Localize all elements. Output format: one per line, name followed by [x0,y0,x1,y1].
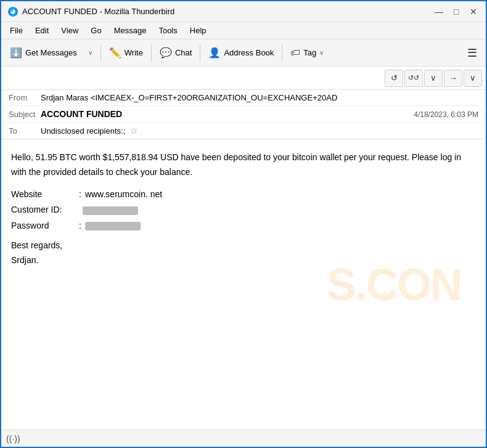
menu-edit[interactable]: Edit [30,24,54,37]
menu-message[interactable]: Message [109,24,152,37]
toolbar-separator-3 [200,44,200,62]
customerid-label: Customer ID: [11,203,79,218]
address-book-label: Address Book [224,48,274,57]
password-row: Password : [11,219,476,234]
tag-button[interactable]: 🏷 Tag ∨ [285,44,329,62]
title-bar-left: ACCOUNT FUNDED - Mozilla Thunderbird [7,6,174,17]
email-body-content: Hello, 51.95 BTC worth $1,557,818.94 USD… [11,150,476,268]
write-button[interactable]: ✏️ Write [104,44,148,62]
to-value: Undisclosed recipients:; ☆ [41,126,478,136]
address-book-button[interactable]: 👤 Address Book [203,44,279,62]
customerid-value [83,203,138,218]
website-row: Website : www.serumcoin. net [11,187,476,202]
password-label: Password [11,219,79,234]
subject-value: ACCOUNT FUNDED [41,109,414,119]
status-icon: ((·)) [6,434,20,444]
to-row: To Undisclosed recipients:; ☆ [1,123,486,139]
svg-point-2 [11,9,15,14]
back-button[interactable]: ↺ [385,70,403,87]
svg-point-3 [12,10,13,11]
email-header: From Srdjan Maras <IMCEAEX-_O=FIRST+20OR… [1,90,486,139]
info-table: Website : www.serumcoin. net Customer ID… [11,187,476,234]
from-row: From Srdjan Maras <IMCEAEX-_O=FIRST+20OR… [1,90,486,106]
write-label: Write [125,48,143,57]
star-icon[interactable]: ☆ [130,126,138,136]
toolbar: ⬇️ Get Messages ∨ ✏️ Write 💬 Chat 👤 Addr… [1,39,486,67]
toolbar-separator-2 [151,44,152,62]
tag-dropdown-arrow: ∨ [319,49,324,56]
app-window: ACCOUNT FUNDED - Mozilla Thunderbird — □… [0,0,487,448]
forward-dropdown-icon: ∨ [470,73,476,83]
chat-label: Chat [175,48,192,57]
chat-button[interactable]: 💬 Chat [155,44,197,62]
get-messages-button[interactable]: ⬇️ Get Messages [5,44,82,62]
close-button[interactable]: ✕ [467,6,480,18]
window-controls: — □ ✕ [433,6,480,18]
status-bar: ((·)) [1,430,486,447]
menu-bar: File Edit View Go Message Tools Help [1,22,486,39]
get-messages-label: Get Messages [25,48,77,57]
nav-dropdown-button[interactable]: ∨ [424,70,443,87]
nav-dropdown-icon: ∨ [430,73,436,83]
forward-icon: → [449,73,457,83]
minimize-button[interactable]: — [433,6,445,18]
from-label: From [9,93,41,102]
tag-icon: 🏷 [290,47,300,59]
password-colon: : [79,219,81,234]
back-icon: ↺ [391,73,398,83]
subject-label: Subject [9,110,41,119]
hamburger-icon: ☰ [467,47,477,59]
window-title: ACCOUNT FUNDED - Mozilla Thunderbird [22,7,174,16]
tag-label: Tag [303,48,316,57]
menu-view[interactable]: View [56,24,83,37]
get-messages-dropdown-arrow: ∨ [88,49,92,56]
email-body: S.CON Hello, 51.95 BTC worth $1,557,818.… [1,139,486,430]
reply-all-icon: ↺↺ [408,74,419,82]
reply-all-button[interactable]: ↺↺ [404,70,423,87]
nav-bar: ↺ ↺↺ ∨ → ∨ [1,67,486,90]
website-colon: : [79,187,81,202]
from-value: Srdjan Maras <IMCEAEX-_O=FIRST+20ORGANIZ… [41,93,478,102]
get-messages-dropdown[interactable]: ∨ [83,46,97,59]
forward-button[interactable]: → [444,70,462,87]
menu-file[interactable]: File [5,24,28,37]
website-label: Website [11,187,79,202]
menu-tools[interactable]: Tools [153,24,182,37]
app-icon [7,6,18,17]
maximize-button[interactable]: □ [450,6,462,18]
get-messages-icon: ⬇️ [10,47,22,59]
chat-icon: 💬 [160,47,172,59]
body-paragraph-1: Hello, 51.95 BTC worth $1,557,818.94 USD… [11,150,476,180]
forward-dropdown-button[interactable]: ∨ [464,70,482,87]
title-bar: ACCOUNT FUNDED - Mozilla Thunderbird — □… [1,1,486,22]
website-value: www.serumcoin. net [85,187,162,202]
menu-help[interactable]: Help [185,24,211,37]
menu-go[interactable]: Go [86,24,106,37]
write-icon: ✏️ [109,47,121,59]
address-book-icon: 👤 [208,47,221,59]
date-value: 4/18/2023, 6:03 PM [414,110,478,119]
password-redacted [85,222,141,230]
password-value [85,219,141,234]
toolbar-separator-1 [100,44,101,62]
customerid-redacted [83,206,138,215]
subject-row: Subject ACCOUNT FUNDED 4/18/2023, 6:03 P… [1,106,486,123]
customerid-row: Customer ID: [11,203,476,218]
body-closing-1: Best regards, Srdjan. [11,238,476,268]
toolbar-separator-4 [282,44,282,62]
hamburger-menu-button[interactable]: ☰ [462,43,482,63]
to-label: To [9,126,41,136]
